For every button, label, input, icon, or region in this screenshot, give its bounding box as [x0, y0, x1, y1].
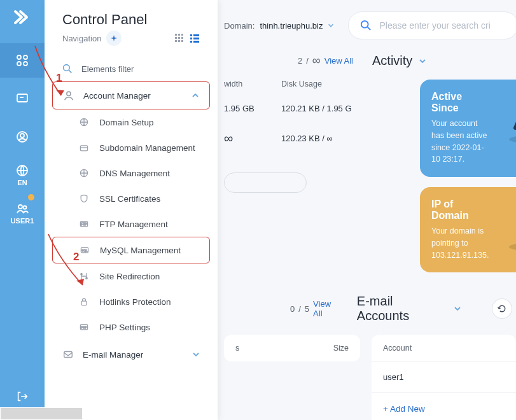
- bottom-scrollbar-stub: [0, 407, 83, 420]
- annotation-1: 1: [56, 72, 62, 84]
- annotation-2: 2: [73, 251, 79, 263]
